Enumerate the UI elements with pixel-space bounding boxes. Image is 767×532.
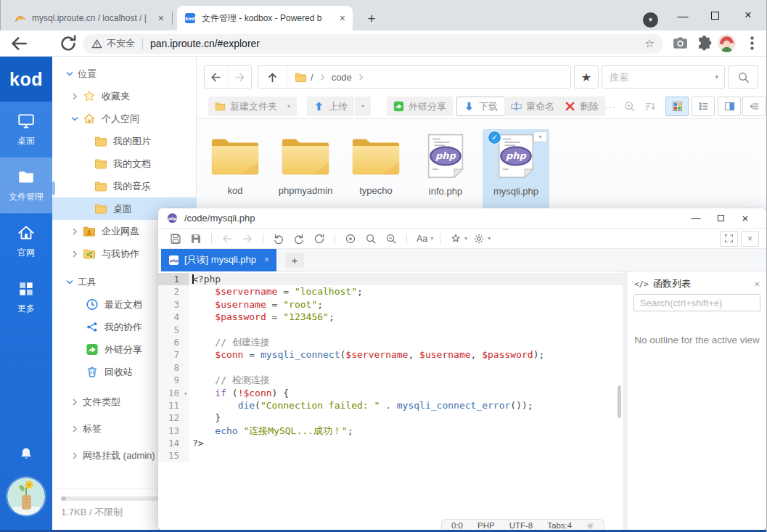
tree-item-5[interactable]: 我的音乐 [52, 175, 196, 197]
panel-toggle-button[interactable] [742, 97, 766, 116]
caret-down-icon[interactable]: ▾ [464, 235, 467, 242]
view-list-button[interactable] [692, 97, 715, 116]
browser-reload-button[interactable] [58, 33, 78, 54]
explorer-forward-button[interactable] [228, 66, 251, 88]
goto-line-icon[interactable] [345, 233, 356, 245]
history-forward-icon[interactable] [242, 233, 253, 245]
new-editor-tab-button[interactable]: + [285, 253, 304, 268]
outline-search-input[interactable] [633, 294, 760, 311]
panel-resize-handle[interactable] [623, 271, 628, 530]
line-number[interactable]: 12 [158, 412, 189, 424]
editor-minimize-button[interactable]: — [684, 210, 708, 227]
tree-item-2[interactable]: 个人空间 [52, 107, 196, 130]
settings-gear-icon[interactable] [473, 233, 485, 245]
line-number[interactable]: 14 [158, 437, 189, 449]
user-avatar[interactable] [7, 478, 45, 515]
search-button[interactable] [728, 65, 758, 89]
status-settings-gear-icon[interactable] [586, 522, 594, 530]
caret-down-icon[interactable]: ▾ [430, 235, 433, 242]
editor-title-bar[interactable]: php /code/mysqli.php — × [158, 208, 766, 229]
save-icon[interactable] [170, 233, 181, 245]
chevron-down-icon[interactable] [65, 70, 74, 78]
file-item-mysqli.php[interactable]: phpmysqli.php✓▾ [483, 129, 549, 210]
chevron-right-icon[interactable] [70, 92, 79, 101]
breadcrumb-root[interactable]: / [311, 72, 313, 83]
favorite-button[interactable]: ★ [574, 65, 599, 89]
up-directory-button[interactable] [258, 66, 287, 88]
window-minimize-button[interactable]: — [666, 0, 700, 30]
extensions-puzzle-icon[interactable] [695, 34, 713, 52]
save-as-icon[interactable] [190, 233, 202, 245]
search-input[interactable] [602, 72, 709, 83]
history-back-icon[interactable] [221, 233, 233, 245]
line-number[interactable]: 13 [158, 425, 189, 437]
editor-close-button[interactable]: × [733, 210, 758, 227]
font-size-icon[interactable]: Aa [417, 233, 427, 245]
line-number[interactable]: 15 [158, 449, 189, 462]
code-area[interactable]: 1<?php2 $servername = "localhost";3 $use… [158, 271, 623, 530]
browser-tab-kodbox[interactable]: kod 文件管理 - kodbox - Powered b × [177, 6, 353, 30]
line-number[interactable]: 5 [158, 324, 189, 336]
fold-caret-icon[interactable]: ▾ [184, 388, 187, 400]
line-number[interactable]: 2 [158, 285, 189, 298]
download-button[interactable]: 下载 [456, 97, 505, 116]
refresh-icon[interactable] [313, 233, 325, 245]
tab-close-icon[interactable]: × [340, 13, 345, 23]
chevron-right-icon[interactable] [70, 250, 79, 258]
status-segment-2[interactable]: UTF-8 [509, 521, 533, 530]
editor-fullscreen-button[interactable] [720, 231, 738, 247]
browser-profile-avatar[interactable] [718, 34, 736, 52]
chevron-right-icon[interactable] [70, 451, 79, 460]
upload-button[interactable]: 上传 [307, 97, 354, 116]
bookmark-star-icon[interactable]: ☆ [645, 37, 655, 50]
share-link-button[interactable]: 外链分享 [387, 97, 453, 116]
line-number[interactable]: 7 [158, 348, 189, 361]
search-icon[interactable] [365, 233, 377, 245]
url-text[interactable]: pan.iproute.cn/#explorer [150, 38, 260, 49]
rename-button[interactable]: 重命名 [504, 97, 561, 116]
editor-panel-close-button[interactable]: × [741, 231, 759, 247]
file-item-phpmyadmin[interactable]: phpmyadmin [272, 129, 339, 210]
editor-maximize-button[interactable] [708, 210, 733, 227]
sidebar-item-desktop[interactable]: 桌面 [0, 102, 52, 157]
view-grid-button[interactable] [665, 97, 689, 116]
window-maximize-button[interactable] [698, 0, 731, 30]
undo-icon[interactable] [273, 233, 284, 245]
sidebar-item-file-manager[interactable]: 文件管理 [0, 157, 52, 213]
tree-item-0[interactable]: 位置 [52, 62, 196, 85]
breadcrumb-folder[interactable]: code [332, 72, 352, 83]
file-item-kod[interactable]: kod [202, 129, 268, 210]
new-tab-button[interactable]: + [361, 9, 382, 29]
browser-menu-icon[interactable] [743, 34, 761, 52]
sidebar-item-more[interactable]: 更多 [0, 269, 52, 325]
status-segment-3[interactable]: Tabs:4 [547, 521, 572, 530]
kod-logo[interactable]: kod [0, 57, 52, 102]
not-secure-warning-icon[interactable] [91, 38, 102, 49]
line-number[interactable]: 3 [158, 298, 189, 311]
status-segment-1[interactable]: PHP [477, 521, 495, 530]
window-close-button[interactable]: × [731, 0, 765, 30]
line-number[interactable]: 1 [158, 273, 189, 285]
notification-bell-icon[interactable] [19, 446, 33, 461]
tree-item-1[interactable]: 收藏夹 [52, 85, 196, 107]
explorer-back-button[interactable] [205, 66, 228, 88]
address-bar[interactable]: 不安全 pan.iproute.cn/#explorer ☆ [83, 34, 663, 54]
line-number[interactable]: 6 [158, 336, 189, 348]
line-number[interactable]: 4 [158, 311, 189, 323]
zoom-in-icon[interactable] [623, 100, 636, 112]
sort-icon[interactable] [644, 100, 656, 112]
sidebar-item-website[interactable]: 官网 [0, 213, 52, 269]
tree-item-3[interactable]: 我的图片 [52, 130, 196, 152]
status-segment-0[interactable]: 0:0 [451, 521, 463, 530]
view-column-button[interactable] [718, 97, 741, 116]
browser-back-button[interactable] [9, 33, 29, 54]
editor-tab-mysqli[interactable]: php [只读] mysqli.php × [161, 249, 276, 271]
outline-close-icon[interactable]: × [754, 279, 760, 290]
delete-button[interactable]: 删除 [558, 97, 605, 116]
line-number[interactable]: 11 [158, 399, 189, 412]
search-options-caret[interactable]: ▾ [709, 73, 724, 81]
line-number[interactable]: 8 [158, 361, 189, 374]
file-item-info.php[interactable]: phpinfo.php [412, 129, 479, 210]
editor-status-bar[interactable]: 0:0PHPUTF-8Tabs:4 [441, 519, 604, 530]
selected-check-icon[interactable]: ✓ [488, 131, 501, 144]
